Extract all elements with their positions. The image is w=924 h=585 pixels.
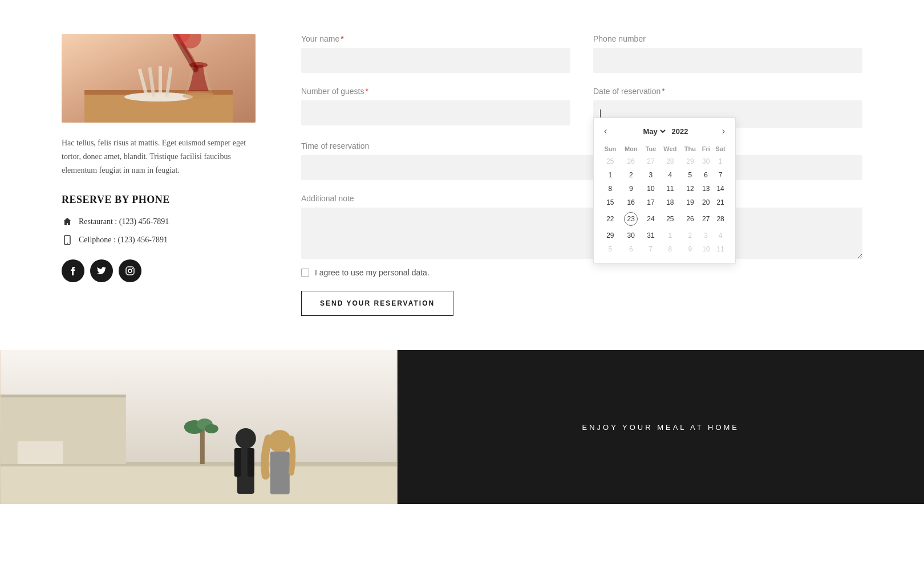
cal-cell[interactable]: 7	[642, 242, 659, 256]
cal-cell[interactable]: 11	[712, 242, 728, 256]
svg-rect-31	[248, 448, 254, 477]
calendar-popup: ‹ May 2022 ›	[593, 117, 736, 263]
cal-cell[interactable]: 20	[699, 196, 712, 209]
cal-cell[interactable]: 30	[620, 229, 642, 242]
time-input[interactable]	[301, 155, 862, 180]
cal-cell[interactable]: 15	[601, 196, 620, 209]
date-label: Date of reservation*	[593, 87, 862, 96]
cal-cell[interactable]: 2	[620, 168, 642, 182]
svg-rect-23	[18, 441, 63, 464]
date-required: *	[662, 87, 664, 96]
cal-day-sun: Sun	[601, 143, 620, 155]
cellphone: Cellphone : (123) 456-7891	[62, 234, 256, 246]
facebook-button[interactable]	[62, 259, 84, 282]
your-name-input[interactable]	[301, 48, 570, 73]
calendar-week-2: 8 9 10 11 12 13 14	[601, 182, 728, 196]
calendar-week-1: 1 2 3 4 5 6 7	[601, 168, 728, 182]
cal-cell[interactable]: 27	[642, 155, 659, 168]
cal-cell[interactable]: 9	[620, 182, 642, 196]
cal-cell[interactable]: 1	[712, 155, 728, 168]
cal-cell[interactable]: 27	[699, 209, 712, 229]
cal-cell[interactable]: 28	[712, 209, 728, 229]
bottom-image	[0, 350, 398, 504]
cal-cell[interactable]: 21	[712, 196, 728, 209]
cal-cell[interactable]: 5	[681, 168, 700, 182]
instagram-button[interactable]	[119, 259, 141, 282]
cal-day-wed: Wed	[659, 143, 680, 155]
cal-cell[interactable]: 25	[601, 155, 620, 168]
guests-input[interactable]	[301, 100, 570, 125]
bottom-section: ENJOY YOUR MEAL AT HOME	[0, 350, 924, 504]
cal-cell[interactable]: 3	[642, 168, 659, 182]
cal-cell[interactable]: 7	[712, 168, 728, 182]
submit-button[interactable]: SEND YOUR RESERVATION	[301, 291, 453, 316]
cal-cell[interactable]: 11	[659, 182, 680, 196]
cal-cell[interactable]: 25	[659, 209, 680, 229]
restaurant-image	[62, 34, 256, 123]
svg-rect-7	[159, 66, 162, 95]
calendar-week-5: 29 30 31 1 2 3 4	[601, 229, 728, 242]
cal-cell[interactable]: 4	[659, 168, 680, 182]
reserve-by-phone-title: RESERVE BY PHONE	[62, 194, 256, 206]
today-indicator: 23	[624, 212, 638, 226]
phone-number-group: Phone number	[593, 34, 862, 73]
phone-number-input[interactable]	[593, 48, 862, 73]
cal-cell[interactable]: 24	[642, 209, 659, 229]
svg-point-32	[269, 430, 291, 453]
cal-day-mon: Mon	[620, 143, 642, 155]
calendar-next-button[interactable]: ›	[719, 125, 728, 137]
cal-cell[interactable]: 26	[681, 209, 700, 229]
cal-cell[interactable]: 10	[642, 182, 659, 196]
cal-cell[interactable]: 13	[699, 182, 712, 196]
guests-label: Number of guests*	[301, 87, 570, 96]
cal-cell[interactable]: 26	[620, 155, 642, 168]
cal-cell[interactable]: 31	[642, 229, 659, 242]
calendar-week-4: 22 23 24 25 26 27 28	[601, 209, 728, 229]
cal-cell[interactable]: 6	[620, 242, 642, 256]
calendar-week-3: 15 16 17 18 19 20 21	[601, 196, 728, 209]
cal-cell[interactable]: 3	[699, 229, 712, 242]
cal-cell[interactable]: 4	[712, 229, 728, 242]
calendar-month-select[interactable]: May	[641, 127, 667, 136]
reservation-form: Your name* Phone number Number of guests…	[301, 34, 862, 259]
time-group: Time of reservation	[301, 141, 862, 180]
cal-cell[interactable]: 2	[681, 229, 700, 242]
agree-checkbox[interactable]	[301, 269, 309, 277]
cal-cell[interactable]: 18	[659, 196, 680, 209]
cal-cell-today[interactable]: 23	[620, 209, 642, 229]
cal-day-fri: Fri	[699, 143, 712, 155]
right-panel: Your name* Phone number Number of guests…	[301, 34, 862, 316]
cal-cell[interactable]: 1	[659, 229, 680, 242]
cal-cell[interactable]: 1	[601, 168, 620, 182]
left-panel: Hac tellus, felis risus at mattis. Eget …	[62, 34, 256, 316]
cal-cell[interactable]: 9	[681, 242, 700, 256]
calendar-header: ‹ May 2022 ›	[601, 125, 728, 137]
cal-cell[interactable]: 29	[681, 155, 700, 168]
cal-cell[interactable]: 8	[659, 242, 680, 256]
cal-cell[interactable]: 16	[620, 196, 642, 209]
cal-cell[interactable]: 28	[659, 155, 680, 168]
calendar-year: 2022	[672, 127, 688, 136]
note-label: Additional note	[301, 194, 862, 203]
cal-cell[interactable]: 29	[601, 229, 620, 242]
svg-point-14	[67, 243, 68, 244]
your-name-label: Your name*	[301, 34, 570, 43]
svg-point-28	[236, 428, 256, 449]
cal-cell[interactable]: 8	[601, 182, 620, 196]
cal-cell[interactable]: 6	[699, 168, 712, 182]
cal-cell[interactable]: 14	[712, 182, 728, 196]
cal-cell[interactable]: 19	[681, 196, 700, 209]
cal-cell[interactable]: 12	[681, 182, 700, 196]
cal-cell[interactable]: 22	[601, 209, 620, 229]
cal-cell[interactable]: 5	[601, 242, 620, 256]
twitter-button[interactable]	[90, 259, 113, 282]
cal-cell[interactable]: 30	[699, 155, 712, 168]
cellphone-label: Cellphone : (123) 456-7891	[79, 235, 168, 245]
svg-rect-33	[270, 452, 290, 494]
note-textarea[interactable]	[301, 208, 862, 259]
cal-cell[interactable]: 10	[699, 242, 712, 256]
svg-rect-30	[234, 448, 241, 477]
cal-cell[interactable]: 17	[642, 196, 659, 209]
calendar-prev-button[interactable]: ‹	[601, 125, 610, 137]
home-icon	[62, 216, 73, 228]
